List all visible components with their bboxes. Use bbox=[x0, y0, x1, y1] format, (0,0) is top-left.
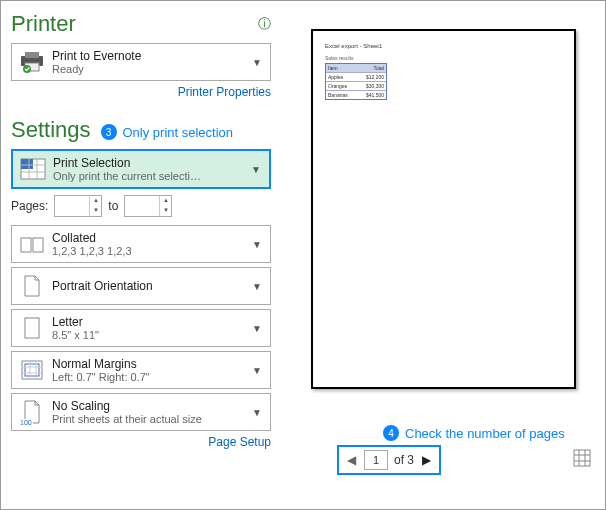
spin-down-icon[interactable]: ▼ bbox=[160, 206, 171, 216]
svg-rect-5 bbox=[21, 159, 33, 169]
pages-to-input[interactable]: ▲▼ bbox=[124, 195, 172, 217]
preview-th: Item bbox=[326, 64, 357, 72]
portrait-icon bbox=[18, 272, 46, 300]
callout-3: 3 Only print selection bbox=[101, 124, 234, 140]
chevron-down-icon: ▼ bbox=[252, 239, 264, 250]
settings-heading-text: Settings bbox=[11, 117, 91, 143]
print-preview: Excel export - Sheet1 Sales results Item… bbox=[311, 29, 576, 389]
preview-td: $12,200 bbox=[357, 73, 386, 81]
preview-doc-title: Excel export - Sheet1 bbox=[325, 43, 562, 49]
printer-status: Ready bbox=[52, 63, 252, 75]
callout-4-text: Check the number of pages bbox=[405, 426, 565, 441]
current-page-input[interactable]: 1 bbox=[364, 450, 388, 470]
chevron-down-icon: ▼ bbox=[252, 281, 264, 292]
svg-rect-19 bbox=[574, 450, 590, 466]
page-of-label: of 3 bbox=[394, 453, 414, 467]
chevron-down-icon: ▼ bbox=[252, 365, 264, 376]
chevron-down-icon: ▼ bbox=[252, 323, 264, 334]
chevron-down-icon: ▼ bbox=[252, 57, 264, 68]
paper-sub: 8.5" x 11" bbox=[52, 329, 252, 341]
printer-heading-text: Printer bbox=[11, 11, 76, 37]
preview-label: Sales results bbox=[325, 55, 562, 61]
pages-label: Pages: bbox=[11, 199, 48, 213]
pages-to-label: to bbox=[108, 199, 118, 213]
spin-up-icon[interactable]: ▲ bbox=[90, 196, 101, 206]
preview-table: Item Total Apples $12,200 Oranges $30,30… bbox=[325, 63, 387, 100]
collation-dropdown[interactable]: Collated 1,2,3 1,2,3 1,2,3 ▼ bbox=[11, 225, 271, 263]
printer-icon bbox=[18, 48, 46, 76]
page-navigator: ◀ 1 of 3 ▶ bbox=[337, 445, 441, 475]
spin-up-icon[interactable]: ▲ bbox=[160, 196, 171, 206]
svg-rect-12 bbox=[25, 318, 39, 338]
orientation-title: Portrait Orientation bbox=[52, 279, 252, 293]
printer-heading: Printer ⓘ bbox=[11, 11, 271, 37]
print-area-dropdown[interactable]: Print Selection Only print the current s… bbox=[11, 149, 271, 189]
pages-from-input[interactable]: ▲▼ bbox=[54, 195, 102, 217]
paper-title: Letter bbox=[52, 315, 252, 329]
page-setup-link[interactable]: Page Setup bbox=[11, 435, 271, 449]
margins-sub: Left: 0.7" Right: 0.7" bbox=[52, 371, 252, 383]
orientation-dropdown[interactable]: Portrait Orientation ▼ bbox=[11, 267, 271, 305]
next-page-button[interactable]: ▶ bbox=[420, 453, 433, 467]
scaling-dropdown[interactable]: 100 No Scaling Print sheets at their act… bbox=[11, 393, 271, 431]
preview-th: Total bbox=[357, 64, 386, 72]
margins-dropdown[interactable]: Normal Margins Left: 0.7" Right: 0.7" ▼ bbox=[11, 351, 271, 389]
preview-td: Bananas bbox=[326, 91, 357, 99]
scaling-icon: 100 bbox=[18, 398, 46, 426]
spin-down-icon[interactable]: ▼ bbox=[90, 206, 101, 216]
scaling-title: No Scaling bbox=[52, 399, 252, 413]
printer-dropdown[interactable]: Print to Evernote Ready ▼ bbox=[11, 43, 271, 81]
show-margins-button[interactable] bbox=[573, 449, 591, 467]
callout-3-num: 3 bbox=[101, 124, 117, 140]
chevron-down-icon: ▼ bbox=[251, 164, 263, 175]
scaling-sub: Print sheets at their actual size bbox=[52, 413, 252, 425]
callout-3-text: Only print selection bbox=[123, 125, 234, 140]
printer-name: Print to Evernote bbox=[52, 49, 252, 63]
print-selection-icon bbox=[19, 155, 47, 183]
margins-title: Normal Margins bbox=[52, 357, 252, 371]
callout-4-num: 4 bbox=[383, 425, 399, 441]
svg-rect-1 bbox=[25, 52, 39, 58]
margins-icon bbox=[18, 356, 46, 384]
collated-icon bbox=[18, 230, 46, 258]
pages-row: Pages: ▲▼ to ▲▼ bbox=[11, 195, 271, 217]
print-area-title: Print Selection bbox=[53, 156, 251, 170]
print-area-sub: Only print the current selecti… bbox=[53, 170, 251, 182]
info-icon[interactable]: ⓘ bbox=[258, 15, 271, 33]
collation-title: Collated bbox=[52, 231, 252, 245]
settings-heading: Settings bbox=[11, 117, 91, 143]
preview-td: Apples bbox=[326, 73, 357, 81]
printer-properties-link[interactable]: Printer Properties bbox=[11, 85, 271, 99]
preview-td: Oranges bbox=[326, 82, 357, 90]
collation-sub: 1,2,3 1,2,3 1,2,3 bbox=[52, 245, 252, 257]
prev-page-button[interactable]: ◀ bbox=[345, 453, 358, 467]
preview-td: $30,300 bbox=[357, 82, 386, 90]
scaling-badge: 100 bbox=[19, 419, 33, 426]
svg-point-3 bbox=[23, 65, 31, 73]
svg-rect-11 bbox=[33, 238, 43, 252]
callout-4: 4 Check the number of pages bbox=[383, 425, 565, 441]
preview-td: $41,500 bbox=[357, 91, 386, 99]
svg-rect-10 bbox=[21, 238, 31, 252]
chevron-down-icon: ▼ bbox=[252, 407, 264, 418]
paper-size-dropdown[interactable]: Letter 8.5" x 11" ▼ bbox=[11, 309, 271, 347]
paper-icon bbox=[18, 314, 46, 342]
